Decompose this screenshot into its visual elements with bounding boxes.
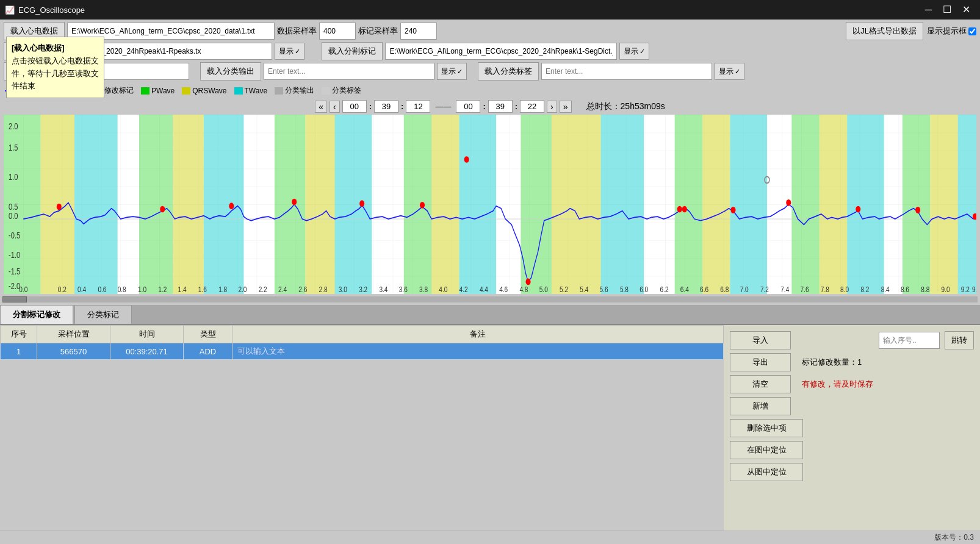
import-button[interactable]: 导入 (730, 331, 791, 349)
mod-count-label: 标记修改数量：1 (802, 357, 862, 367)
show-class-label-button[interactable]: 显示 ✓ (715, 63, 744, 80)
jump-button[interactable]: 跳转 (945, 331, 974, 349)
svg-text:6.6: 6.6 (700, 285, 708, 294)
show-class-output-button[interactable]: 显示 ✓ (437, 63, 467, 80)
delete-row: 删除选中项 (730, 419, 974, 437)
delete-button[interactable]: 删除选中项 (730, 419, 803, 437)
svg-text:7.4: 7.4 (780, 285, 789, 294)
tooltip-title: [载入心电数据] (12, 42, 99, 55)
time-controls: « ‹ : : —— : : › » 总时长：25h53m09s (0, 98, 980, 115)
nav-prev-button[interactable]: ‹ (330, 101, 340, 113)
scroll-thumb[interactable] (2, 296, 27, 302)
svg-text:1.4: 1.4 (178, 285, 187, 294)
export-jl-button[interactable]: 以JL格式导出数据 (846, 22, 923, 40)
seq-input[interactable] (879, 332, 940, 349)
legend-class-label: 分类标签 (322, 85, 361, 96)
app-container: 载入心电数据 数据采样率 标记采样率 以JL格式导出数据 显示提示框 载入R波波… (0, 20, 980, 544)
sample-rate-input[interactable] (319, 23, 356, 40)
svg-text:2.4: 2.4 (278, 285, 287, 294)
nav-last-button[interactable]: » (560, 101, 572, 113)
svg-text:0.4: 0.4 (77, 285, 86, 294)
scroll-track[interactable] (2, 296, 978, 302)
legend-class-output: 分类输出 (275, 85, 314, 96)
svg-text:8.2: 8.2 (860, 285, 869, 294)
class-label-input[interactable] (541, 63, 712, 80)
svg-text:-0.5: -0.5 (9, 231, 20, 241)
svg-point-36 (57, 204, 62, 210)
show-rpeak-button[interactable]: 显示 ✓ (275, 43, 304, 60)
hour2-input[interactable] (456, 100, 480, 113)
clear-row: 清空 有修改，请及时保存 (730, 375, 974, 393)
locate-from-chart-button[interactable]: 从图中定位 (730, 463, 803, 481)
locate-in-chart-button[interactable]: 在图中定位 (730, 441, 803, 459)
min2-input[interactable] (488, 100, 513, 113)
export-button[interactable]: 导出 (730, 353, 791, 371)
svg-text:4.4: 4.4 (480, 285, 488, 294)
svg-text:6.2: 6.2 (660, 285, 668, 294)
svg-rect-14 (521, 115, 551, 294)
min1-input[interactable] (374, 100, 398, 113)
col-header-note: 备注 (232, 326, 724, 343)
show-hint-checkbox[interactable] (968, 27, 976, 35)
svg-point-42 (464, 156, 469, 163)
minimize-button[interactable]: ─ (920, 4, 937, 16)
svg-rect-5 (139, 115, 173, 294)
svg-point-37 (160, 206, 165, 213)
svg-text:4.6: 4.6 (499, 285, 508, 294)
show-hint-label: 显示提示框 (927, 26, 967, 37)
ecg-svg: 2.0 1.5 1.0 0.5 0.0 -0.5 -1.0 -1.5 -2.0 (4, 115, 976, 294)
svg-point-46 (730, 207, 735, 213)
svg-text:5.8: 5.8 (620, 285, 629, 294)
svg-text:6.4: 6.4 (680, 285, 689, 294)
hour1-input[interactable] (342, 100, 367, 113)
svg-point-39 (292, 199, 297, 206)
ecg-chart[interactable]: 2.0 1.5 1.0 0.5 0.0 -0.5 -1.0 -1.5 -2.0 (4, 115, 976, 294)
nav-next-button[interactable]: › (547, 101, 557, 113)
svg-text:6.0: 6.0 (640, 285, 648, 294)
sec1-input[interactable] (406, 100, 430, 113)
load-class-label-button[interactable]: 载入分类标签 (478, 62, 539, 81)
table-row[interactable]: 1 566570 00:39:20.71 ADD 可以输入文本 (1, 343, 724, 360)
svg-text:9.2: 9.2 (961, 285, 970, 294)
svg-text:-1.0: -1.0 (9, 250, 20, 260)
close-button[interactable]: ✕ (957, 4, 975, 16)
sec2-input[interactable] (520, 100, 544, 113)
title-bar: 📈 ECG_Oscilloscope ─ ☐ ✕ (0, 0, 980, 20)
seg-file-path-input[interactable] (385, 43, 617, 60)
bottom-panel: 分割标记修改 分类标记 序号 采样位置 时间 类型 备注 (0, 305, 980, 531)
cell-note[interactable]: 可以输入文本 (232, 343, 724, 360)
svg-point-44 (677, 206, 682, 213)
tab-seg-mark[interactable]: 分割标记修改 (0, 305, 73, 324)
svg-rect-15 (552, 115, 601, 294)
load-seg-button[interactable]: 载入分割标记 (322, 42, 383, 60)
svg-text:2.6: 2.6 (298, 285, 307, 294)
svg-text:7.6: 7.6 (801, 285, 809, 294)
clear-button[interactable]: 清空 (730, 375, 791, 393)
svg-point-38 (229, 202, 234, 209)
maximize-button[interactable]: ☐ (938, 4, 956, 16)
col-header-time: 时间 (110, 326, 184, 343)
svg-rect-17 (675, 115, 702, 294)
show-seg-button[interactable]: 显示 ✓ (619, 43, 649, 60)
load-class-output-button[interactable]: 载入分类输出 (200, 62, 261, 81)
col-header-id: 序号 (1, 326, 37, 343)
add-button[interactable]: 新增 (730, 397, 791, 415)
chart-scrollbar[interactable] (0, 294, 980, 305)
svg-rect-24 (930, 115, 957, 294)
show-hint-wrapper: 显示提示框 (927, 26, 976, 37)
class-output-input[interactable] (264, 63, 434, 80)
svg-rect-25 (958, 115, 976, 294)
tab-cls-mark[interactable]: 分类标记 (74, 305, 132, 324)
add-row: 新增 (730, 397, 974, 415)
mark-sample-rate-input[interactable] (400, 23, 437, 40)
nav-first-button[interactable]: « (315, 101, 327, 113)
toolbar-row-2: 载入R波波峰 显示 ✓ 载入分割标记 显示 ✓ (4, 42, 976, 60)
toolbar-row-3: 载入心律类别 载入分类输出 显示 ✓ 载入分类标签 显示 ✓ (4, 62, 976, 81)
legend-qrswave: QRSWave (182, 87, 226, 95)
svg-text:5.4: 5.4 (580, 285, 588, 294)
svg-rect-20 (791, 115, 819, 294)
right-panel: 导入 跳转 导出 标记修改数量：1 清空 有修改，请及时保存 (724, 325, 980, 531)
toolbar-row-1: 载入心电数据 数据采样率 标记采样率 以JL格式导出数据 显示提示框 (4, 22, 976, 40)
svg-text:1.2: 1.2 (158, 285, 167, 294)
svg-text:0.0: 0.0 (9, 211, 18, 221)
